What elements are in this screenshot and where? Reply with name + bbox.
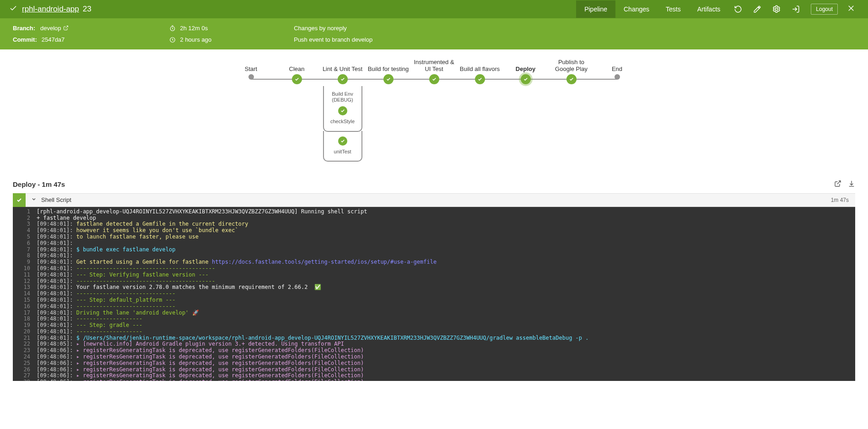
branch-value[interactable]: develop xyxy=(40,25,69,32)
changes-by: Changes by noreply xyxy=(294,25,372,32)
step-status-icon xyxy=(13,193,26,207)
subbox-unittest: unitTest xyxy=(323,131,362,162)
chevron-down-icon[interactable] xyxy=(26,196,41,203)
stage-node-lint[interactable] xyxy=(338,74,348,84)
section-actions xyxy=(834,180,855,189)
log-line: 11[09:48:01]: --- Step: Verifying fastla… xyxy=(13,272,855,278)
stage-publish: Publish to Google Play xyxy=(549,59,594,84)
stage-node-build-flavors[interactable] xyxy=(475,74,485,84)
close-icon[interactable] xyxy=(843,0,859,19)
branch-label: Branch: xyxy=(13,25,36,32)
log-line: 6[09:48:01]: xyxy=(13,240,855,247)
stage-label-end: End xyxy=(594,59,640,74)
log-output[interactable]: 1[rphl-android-app_develop-UQJ4ROINYIL52… xyxy=(13,207,855,381)
stage-clean: Clean xyxy=(274,59,320,84)
stage-label-lint: Lint & Unit Test xyxy=(320,59,366,74)
stage-end: End xyxy=(594,59,640,80)
stage-label-instrumented: Instrumented & UI Test xyxy=(411,59,457,74)
log-line: 15[09:48:01]: --- Step: default_platform… xyxy=(13,297,855,304)
commit-row: Commit: 2547da7 xyxy=(13,36,69,43)
log-line: 10[09:48:01]: --------------------------… xyxy=(13,266,855,272)
log-line: 27[09:48:06]: ▸ registerResGeneratingTas… xyxy=(13,373,855,379)
log-line: 21[09:48:01]: $ /Users/Shared/jenkin-run… xyxy=(13,335,855,342)
when-value: 2 hours ago xyxy=(180,36,212,43)
duration-value: 2h 12m 0s xyxy=(180,25,208,32)
meta-col-3: Changes by noreply Push event to branch … xyxy=(294,25,372,43)
log-line: 25[09:48:06]: ▸ registerResGeneratingTas… xyxy=(13,360,855,367)
svg-line-3 xyxy=(65,26,68,29)
stage-node-build-testing[interactable] xyxy=(383,74,394,84)
step-duration: 1m 47s xyxy=(831,197,855,203)
rerun-icon[interactable] xyxy=(728,0,748,18)
push-event: Push event to branch develop xyxy=(294,36,372,43)
stage-label-build-flavors: Build all flavors xyxy=(457,59,503,74)
stage-instrumented: Instrumented & UI Test xyxy=(411,59,457,84)
log-line: 3[09:48:01]: fastlane detected a Gemfile… xyxy=(13,221,855,228)
log-line: 13[09:48:01]: Your fastlane version 2.78… xyxy=(13,284,855,291)
stage-node-instrumented[interactable] xyxy=(429,74,439,84)
stage-build-testing: Build for testing xyxy=(366,59,411,84)
log-line: 28[09:48:06]: ▸ registerResGeneratingTas… xyxy=(13,379,855,380)
when-row: 2 hours ago xyxy=(169,36,212,43)
pipeline-name[interactable]: rphl-android-app xyxy=(22,5,79,14)
settings-icon[interactable] xyxy=(767,0,786,18)
stage-label-start: Start xyxy=(228,59,274,74)
header-right: Pipeline Changes Tests Artifacts Logout xyxy=(576,0,859,19)
tab-changes[interactable]: Changes xyxy=(615,0,658,18)
section-title: Deploy - 1m 47s xyxy=(0,175,868,193)
commit-label: Commit: xyxy=(13,36,37,43)
stage-label-deploy: Deploy xyxy=(503,59,549,74)
log-line: 7[09:48:01]: $ bundle exec fastlane deve… xyxy=(13,247,855,253)
duration-row: 2h 12m 0s xyxy=(169,25,212,32)
stage-start: Start xyxy=(228,59,274,80)
edit-icon[interactable] xyxy=(748,0,767,18)
log-line: 9[09:48:01]: Get started using a Gemfile… xyxy=(13,259,855,266)
stage-lint: Lint & Unit Test Build Env (DEBUG) check… xyxy=(320,59,366,162)
open-external-icon[interactable] xyxy=(834,180,841,189)
substages-lint: Build Env (DEBUG) checkStyle unitTest xyxy=(323,87,362,162)
log-line: 2+ fastlane develop xyxy=(13,215,855,222)
log-line: 20[09:48:01]: -------------------- xyxy=(13,329,855,335)
subnode-checkstyle[interactable] xyxy=(338,106,347,115)
stages: Start Clean Lint & Unit Test Build Env (… xyxy=(228,59,640,162)
pipeline-run-number: 23 xyxy=(83,5,92,14)
log-line: 22[09:48:05]: ▸ [newrelic.info] Android … xyxy=(13,341,855,348)
exit-icon[interactable] xyxy=(786,0,805,18)
stage-node-clean[interactable] xyxy=(292,74,302,84)
stage-node-publish[interactable] xyxy=(566,74,577,84)
log-line: 8[09:48:01]: xyxy=(13,253,855,259)
log-line: 26[09:48:06]: ▸ registerResGeneratingTas… xyxy=(13,367,855,373)
stage-node-end[interactable] xyxy=(615,74,620,80)
step-name: Shell Script xyxy=(41,196,71,203)
log-line: 19[09:48:01]: --- Step: gradle --- xyxy=(13,322,855,329)
stage-node-deploy[interactable] xyxy=(521,74,531,84)
tab-artifacts[interactable]: Artifacts xyxy=(689,0,729,18)
stage-label-clean: Clean xyxy=(274,59,320,74)
logout-button[interactable]: Logout xyxy=(811,4,838,15)
stage-deploy: Deploy xyxy=(503,59,549,84)
subnode-unittest[interactable] xyxy=(338,136,347,146)
time-icon xyxy=(169,37,176,43)
stage-node-start[interactable] xyxy=(248,74,254,80)
svg-line-6 xyxy=(837,181,841,184)
stage-label-build-testing: Build for testing xyxy=(366,59,411,74)
external-link-icon xyxy=(63,25,69,31)
log-line: 5[09:48:01]: to launch fastlane faster, … xyxy=(13,234,855,240)
branch-row: Branch: develop xyxy=(13,25,69,32)
download-icon[interactable] xyxy=(848,180,855,189)
log-line: 17[09:48:01]: Driving the lane 'android … xyxy=(13,310,855,316)
pipeline-graph: Start Clean Lint & Unit Test Build Env (… xyxy=(0,49,868,175)
log-line: 1[rphl-android-app_develop-UQJ4ROINYIL52… xyxy=(13,209,855,215)
sublabel-checkstyle: checkStyle xyxy=(330,117,355,126)
header-left: rphl-android-app 23 xyxy=(9,4,92,14)
commit-value: 2547da7 xyxy=(42,36,65,43)
meta-col-1: Branch: develop Commit: 2547da7 xyxy=(13,25,69,43)
header: rphl-android-app 23 Pipeline Changes Tes… xyxy=(0,0,868,18)
subbox-buildenv: Build Env (DEBUG) checkStyle xyxy=(323,86,362,132)
page-title[interactable]: rphl-android-app 23 xyxy=(22,5,92,14)
tab-tests[interactable]: Tests xyxy=(658,0,689,18)
step-header[interactable]: Shell Script 1m 47s xyxy=(13,193,855,207)
log-line: 18[09:48:01]: -------------------- xyxy=(13,316,855,322)
log-line: 23[09:48:06]: ▸ registerResGeneratingTas… xyxy=(13,348,855,354)
tab-pipeline[interactable]: Pipeline xyxy=(576,0,615,18)
